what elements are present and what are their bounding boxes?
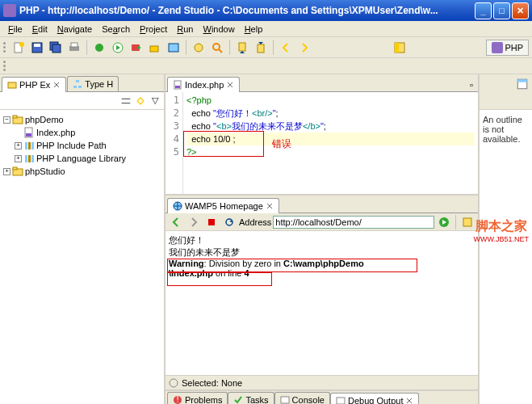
- tree-language-library[interactable]: + PHP Language Library: [3, 152, 161, 165]
- svg-rect-19: [395, 43, 399, 53]
- minimize-button[interactable]: _: [475, 2, 492, 19]
- main-toolbar: PHP: [0, 37, 532, 58]
- tree-file-index[interactable]: Index.php: [3, 126, 161, 139]
- expand-toggle[interactable]: +: [15, 142, 22, 149]
- tree-label: phpDemo: [25, 115, 64, 124]
- annotation-prev-button[interactable]: [234, 40, 250, 56]
- back-button[interactable]: [278, 40, 294, 56]
- tab-debug-output[interactable]: Debug Output: [330, 393, 420, 404]
- expand-toggle[interactable]: +: [15, 155, 22, 162]
- tab-label: WAMP5 Homepage: [185, 201, 263, 211]
- tab-problems[interactable]: !Problems: [167, 392, 228, 404]
- tree-project-phpdemo[interactable]: − phpDemo: [3, 113, 161, 126]
- maximize-button[interactable]: □: [493, 2, 510, 19]
- bottom-tabs: !Problems Tasks Console Debug Output: [165, 389, 478, 404]
- center-pane: Index.php ▫ 12345 <?php echo "您们好！<br/>"…: [165, 74, 480, 404]
- svg-rect-7: [71, 43, 77, 47]
- address-input[interactable]: [273, 216, 434, 229]
- tree-include-path[interactable]: + PHP Include Path: [3, 139, 161, 152]
- menu-run[interactable]: Run: [172, 23, 198, 36]
- toolbar-grip[interactable]: [3, 42, 8, 53]
- outline-view: An outline is not available.: [480, 110, 532, 404]
- save-button[interactable]: [29, 40, 45, 56]
- view-menu-button[interactable]: ▽: [149, 95, 161, 107]
- open-type-button[interactable]: [191, 40, 207, 56]
- browser-back-button[interactable]: [168, 214, 184, 230]
- window-title: PHP - http://localhost/Demo/ - Zend Stud…: [19, 5, 475, 16]
- outline-restore-button[interactable]: [516, 78, 529, 90]
- window-titlebar: PHP - http://localhost/Demo/ - Zend Stud…: [0, 0, 532, 21]
- browser-content: 您们好！ 我们的未来不是梦 Warning: Division by zero …: [165, 231, 478, 375]
- browser-stop-button[interactable]: [203, 214, 220, 230]
- svg-rect-37: [175, 86, 180, 88]
- menu-edit[interactable]: Edit: [27, 23, 52, 36]
- debug-button[interactable]: [91, 40, 107, 56]
- hierarchy-icon: [73, 79, 82, 89]
- new-button[interactable]: [10, 40, 27, 56]
- new-server-button[interactable]: [147, 40, 163, 56]
- library-icon: [23, 153, 35, 164]
- menu-project[interactable]: Project: [135, 23, 172, 36]
- page-line2: 我们的未来不是梦: [169, 246, 475, 259]
- maximize-icon[interactable]: ▫: [465, 78, 478, 91]
- code-editor[interactable]: <?php echo "您们好！<br/>"; echo "<b>我们的未来不是…: [183, 92, 478, 194]
- menu-search[interactable]: Search: [97, 23, 135, 36]
- svg-line-15: [219, 49, 222, 53]
- close-button[interactable]: ✕: [512, 2, 529, 19]
- menu-window[interactable]: Window: [198, 23, 239, 36]
- svg-rect-35: [13, 167, 17, 170]
- toolbar-grip[interactable]: [3, 61, 8, 71]
- svg-point-13: [195, 44, 203, 52]
- editor-tab-index[interactable]: Index.php: [167, 77, 240, 92]
- svg-rect-41: [463, 218, 471, 226]
- browser-refresh-button[interactable]: [221, 214, 237, 230]
- save-all-button[interactable]: [48, 40, 64, 56]
- tree-label: PHP Include Path: [36, 141, 107, 150]
- menu-help[interactable]: Help: [240, 23, 268, 36]
- svg-text:!: !: [176, 395, 178, 404]
- close-icon[interactable]: [405, 397, 413, 404]
- print-button[interactable]: [66, 40, 82, 56]
- tab-type-hierarchy[interactable]: Type H: [67, 76, 119, 91]
- annotation-next-button[interactable]: [253, 40, 269, 56]
- search-button[interactable]: [209, 40, 225, 56]
- menu-navigate[interactable]: Navigate: [52, 23, 97, 36]
- php-file-icon: [173, 80, 182, 90]
- tree-project-phpstudio[interactable]: + phpStudio: [3, 165, 161, 178]
- close-icon[interactable]: [226, 81, 234, 89]
- status-icon: [169, 378, 178, 388]
- outline-message: An outline is not available.: [483, 115, 522, 144]
- svg-rect-30: [31, 142, 34, 149]
- browser-tab-wamp[interactable]: WAMP5 Homepage: [167, 198, 279, 213]
- link-editor-button[interactable]: [134, 95, 147, 107]
- menu-file[interactable]: File: [3, 23, 27, 36]
- run-external-button[interactable]: [128, 40, 145, 56]
- browser-go-button[interactable]: [436, 214, 452, 230]
- svg-rect-28: [25, 142, 27, 149]
- tab-console[interactable]: Console: [274, 392, 330, 404]
- php-explorer-button[interactable]: [165, 40, 182, 56]
- open-perspective-button[interactable]: [392, 40, 408, 56]
- tab-label: Type H: [85, 79, 113, 89]
- watermark: 脚本之家 WWW.JB51.NET: [473, 218, 529, 243]
- svg-rect-23: [78, 86, 82, 88]
- php-icon: [492, 42, 503, 53]
- browser-forward-button[interactable]: [186, 214, 202, 230]
- tab-php-explorer[interactable]: PHP Ex: [2, 77, 66, 92]
- svg-rect-16: [239, 43, 245, 51]
- tab-tasks[interactable]: Tasks: [228, 392, 274, 404]
- svg-rect-29: [28, 142, 31, 149]
- editor-area: Index.php ▫ 12345 <?php echo "您们好！<br/>"…: [165, 74, 478, 196]
- forward-button[interactable]: [296, 40, 312, 56]
- perspective-php[interactable]: PHP: [486, 40, 529, 56]
- svg-rect-22: [73, 86, 77, 88]
- collapse-toggle[interactable]: −: [3, 116, 10, 124]
- svg-point-1: [19, 42, 24, 47]
- collapse-all-button[interactable]: [119, 95, 132, 107]
- run-button[interactable]: [110, 40, 126, 56]
- expand-toggle[interactable]: +: [3, 168, 10, 175]
- svg-rect-46: [337, 398, 345, 404]
- close-icon[interactable]: [52, 81, 61, 89]
- close-icon[interactable]: [266, 202, 274, 210]
- svg-rect-11: [150, 46, 158, 52]
